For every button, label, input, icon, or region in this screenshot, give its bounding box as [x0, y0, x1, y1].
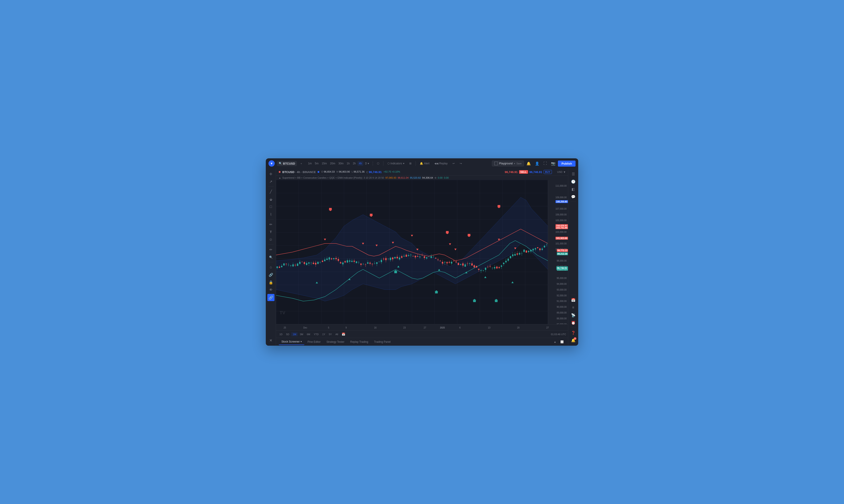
logo[interactable]: ▼ [268, 160, 275, 167]
tf-2h[interactable]: 2h [351, 161, 357, 166]
line-tool-btn[interactable]: ╱ [267, 188, 275, 195]
chart-inner[interactable]: TV [276, 180, 548, 324]
alert-btn[interactable]: 🔔 Alert [418, 161, 432, 166]
price-axis: 111,000.00109,000.00108,250.80107,000.00… [548, 180, 568, 324]
tab-stock-screener[interactable]: Stock Screener ▾ [279, 339, 304, 345]
ind-val1: 97,065.93 [385, 176, 396, 179]
tf-1h[interactable]: 1h [346, 161, 351, 166]
screenshot-btn[interactable]: 📷 [549, 161, 557, 167]
tab-strategy-tester[interactable]: Strategy Tester [324, 339, 347, 345]
ind-settings[interactable]: ⚙ [435, 177, 437, 179]
sell-badge[interactable]: SELL [519, 170, 528, 174]
tf-1y-btn[interactable]: 1Y [321, 332, 327, 336]
indicator-toggle[interactable]: ▲ [279, 177, 281, 179]
ind-val4: 94,306.64 [422, 176, 433, 179]
compare-btn[interactable]: 📅 [340, 332, 347, 337]
cursor-btn[interactable]: ↗ [267, 178, 275, 185]
text-btn[interactable]: T [267, 228, 275, 235]
help-btn[interactable]: ❓ [570, 329, 577, 336]
tf-1m-btn[interactable]: 1M [291, 332, 298, 336]
date-axis: 25Dec5916232720256132027 [276, 324, 568, 330]
indicator-name: Supertrend + BB + Consecutive Candles + … [282, 176, 362, 179]
drawing-btn[interactable]: ⬙ [267, 196, 275, 203]
magnet-btn[interactable]: 🔗 [267, 294, 275, 301]
sell-price: 96,746.91 [505, 170, 518, 174]
chat-btn[interactable]: 💬 [570, 193, 577, 200]
calendar-btn[interactable]: 📅 [570, 296, 577, 304]
tf-5y-btn[interactable]: 5Y [327, 332, 333, 336]
playground-btn[interactable]: Playground ▾ Save [492, 161, 524, 166]
fullscreen-btn[interactable]: ⛶ [542, 161, 548, 166]
undo-btn[interactable]: ↩ [451, 161, 457, 166]
tf-all-btn[interactable]: All [334, 332, 340, 336]
history-btn[interactable]: 🕐 [570, 178, 577, 185]
anchor-btn[interactable]: ⌂ [267, 264, 275, 271]
tf-1d-btn[interactable]: 1D [278, 332, 284, 336]
indicators-label: Indicators [390, 162, 402, 165]
ind-val3: 95,520.82 [410, 176, 421, 179]
left-toolbar: ✛ ↗ ╱ ⬙ □ ⌇ ✏ T ☺ ✏ 🔍 ⌂ 🔗 🔒 👁 🔗 ✕ [266, 168, 276, 346]
user-icon-btn[interactable]: 👤 [533, 161, 541, 167]
eye-btn[interactable]: 👁 [267, 286, 275, 293]
tab-replay-trading[interactable]: Replay Trading [348, 339, 371, 345]
timeframe-header: · 4h [295, 170, 300, 174]
measure-btn[interactable]: ✏ [267, 246, 275, 253]
sep1 [373, 161, 373, 166]
tf-d[interactable]: D ▾ [364, 161, 370, 166]
tf-20m[interactable]: 20m [329, 161, 336, 166]
indicator-params: 3 10 20 9 14 20 50 [364, 176, 384, 179]
chart-header: BTCUSD · 4h · BINANCE O 96,654.33 H 96,8… [276, 168, 568, 176]
indicators-btn[interactable]: ⬡ Indicators ▾ [386, 161, 406, 166]
buy-badge[interactable]: BUY [544, 170, 552, 174]
tf-4h[interactable]: 4h [357, 161, 363, 166]
symbol-text: BTCUSD [283, 162, 295, 165]
symbol-search[interactable]: 🔍 BTCUSD [277, 161, 297, 166]
tf-1m[interactable]: 1m [306, 161, 313, 166]
dot-buy [318, 171, 319, 173]
delete-btn[interactable]: ✕ [267, 337, 275, 344]
tf-6m-btn[interactable]: 6M [305, 332, 312, 336]
layout-btn[interactable]: ⊞ [407, 161, 413, 166]
layers-btn[interactable]: ◧ [570, 185, 577, 193]
zoom-btn[interactable]: 🔍 [267, 254, 275, 261]
chart-type-btn[interactable]: ⬡ [375, 161, 381, 166]
tf-5m[interactable]: 5m [314, 161, 320, 166]
notifications-btn[interactable]: 🔔 3 [570, 337, 577, 344]
tf-bottom-row: 1D 5D 1M 3M 6M YTD 1Y 5Y All 📅 01:03:46 … [276, 330, 568, 338]
utc-time: 01:03:46 UTC [551, 333, 566, 336]
clock-btn[interactable]: ⏰ [570, 319, 577, 326]
emoji-btn[interactable]: ☺ [267, 236, 275, 243]
chart-area: TV 111,000.00109,000.00108,250.80107,000… [276, 180, 568, 324]
crosshair-btn[interactable]: ✛ [267, 170, 275, 178]
watchlist-btn[interactable]: ☰ [570, 170, 577, 178]
collapse-btn[interactable]: ▲ [552, 339, 558, 344]
ruler-btn[interactable]: ≡ [570, 304, 577, 311]
tab-pine-editor[interactable]: Pine Editor [305, 339, 323, 345]
projection-btn[interactable]: ⌇ [267, 211, 275, 218]
dot-sell [279, 171, 281, 173]
add-symbol-btn[interactable]: ＋ [298, 161, 304, 166]
broadcast-btn[interactable]: 📡 [570, 311, 577, 319]
currency-collapse[interactable]: ▾ [564, 170, 565, 174]
tf-30m[interactable]: 30m [337, 161, 345, 166]
tab-stock-screener-arrow: ▾ [301, 340, 302, 343]
publish-btn[interactable]: Publish [558, 161, 576, 167]
tf-15m[interactable]: 15m [320, 161, 328, 166]
replay-btn[interactable]: ◀◀ Replay [433, 161, 449, 166]
expand-btn[interactable]: ⬜ [559, 339, 565, 344]
lock-btn[interactable]: 🔒 [267, 279, 275, 286]
tf-5d-btn[interactable]: 5D [284, 332, 291, 336]
exchange-header: · BINANCE [301, 170, 316, 174]
fibonacci-btn[interactable]: 🔗 [267, 271, 275, 278]
chart-canvas[interactable] [276, 180, 548, 324]
tf-ytd-btn[interactable]: YTD [312, 332, 320, 336]
replay-label: Replay [439, 162, 447, 165]
tab-trading-panel[interactable]: Trading Panel [371, 339, 393, 345]
notification-icon-btn[interactable]: 🔔 [525, 161, 532, 167]
symbol-name: BTCUSD · 4h · BINANCE [282, 170, 316, 174]
indicator-row: ▲ Supertrend + BB + Consecutive Candles … [276, 176, 568, 180]
shapes-btn[interactable]: □ [267, 203, 275, 210]
pencil-btn[interactable]: ✏ [267, 221, 275, 228]
tf-3m-btn[interactable]: 3M [298, 332, 305, 336]
redo-btn[interactable]: ↪ [458, 161, 464, 166]
